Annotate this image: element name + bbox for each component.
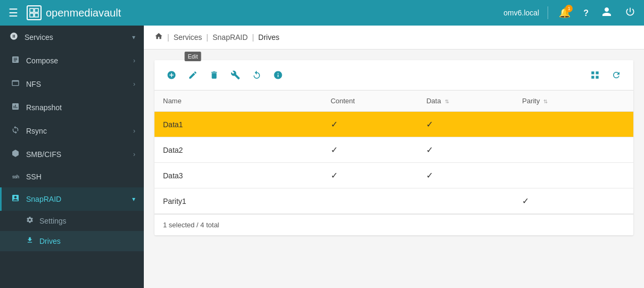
drives-table-card: Edit xyxy=(154,60,633,235)
sidebar-subitem-settings[interactable]: Settings xyxy=(0,211,144,231)
cell-content: ✓ xyxy=(322,137,418,163)
services-label-group: Services xyxy=(9,32,53,43)
help-icon: ? xyxy=(583,9,589,18)
compose-icon xyxy=(10,55,21,66)
breadcrumb-sep-1: | xyxy=(167,33,169,42)
breadcrumb-sep-2: | xyxy=(206,33,208,42)
edit-tooltip: Edit xyxy=(185,52,201,61)
view-toggle-button[interactable] xyxy=(586,67,604,84)
smbcifs-label: SMB/CIFS xyxy=(26,150,61,159)
edit-button[interactable]: Edit xyxy=(184,67,201,84)
rsync-icon xyxy=(10,126,21,136)
cell-parity xyxy=(513,163,633,188)
sidebar-item-smbcifs[interactable]: SMB/CIFS › xyxy=(0,143,144,166)
check-icon: ✓ xyxy=(331,171,338,180)
settings-sub-label: Settings xyxy=(39,217,67,225)
user-button[interactable] xyxy=(599,4,614,22)
sidebar-item-rsnapshot[interactable]: Rsnapshot xyxy=(0,96,144,119)
drives-sub-label: Drives xyxy=(39,237,61,245)
home-icon[interactable] xyxy=(154,32,163,43)
table-row[interactable]: Data3✓✓ xyxy=(154,163,633,188)
app-name: openmediavault xyxy=(46,7,121,19)
table-toolbar: Edit xyxy=(154,60,633,90)
cell-parity xyxy=(513,112,633,137)
power-button[interactable] xyxy=(623,4,638,22)
drives-table: Name Content Data ⇅ Parity ⇅ xyxy=(154,90,633,214)
col-header-parity[interactable]: Parity ⇅ xyxy=(513,90,633,112)
check-icon: ✓ xyxy=(331,120,338,129)
add-button[interactable] xyxy=(163,67,180,84)
table-row[interactable]: Parity1✓ xyxy=(154,188,633,214)
help-button[interactable]: ? xyxy=(581,5,591,21)
compose-label: Compose xyxy=(26,56,58,65)
table-header-row: Name Content Data ⇅ Parity ⇅ xyxy=(154,90,633,112)
user-icon xyxy=(601,9,612,19)
info-button[interactable] xyxy=(270,67,287,84)
sidebar-subitem-drives[interactable]: Drives xyxy=(0,231,144,251)
services-icon xyxy=(9,32,19,43)
tools-button[interactable] xyxy=(227,67,244,84)
data-sort-icon: ⇅ xyxy=(445,98,449,104)
sidebar-item-ssh[interactable]: ssh SSH xyxy=(0,166,144,187)
notifications-button[interactable]: 🔔 1 xyxy=(557,5,573,21)
selection-count: 1 selected / 4 total xyxy=(163,221,219,229)
cell-parity xyxy=(513,137,633,163)
check-icon: ✓ xyxy=(522,196,529,205)
check-icon: ✓ xyxy=(426,120,433,129)
power-icon xyxy=(625,9,635,19)
cell-content: ✓ xyxy=(322,112,418,137)
col-header-name[interactable]: Name xyxy=(154,90,322,112)
drives-sub-icon xyxy=(25,236,35,246)
svg-rect-3 xyxy=(35,13,38,17)
sidebar-item-compose[interactable]: Compose › xyxy=(0,49,144,72)
check-icon: ✓ xyxy=(426,145,433,154)
topbar-left: ☰ openmediavault xyxy=(6,4,121,21)
toolbar-right xyxy=(586,67,625,84)
menu-button[interactable]: ☰ xyxy=(6,4,20,21)
refresh-button[interactable] xyxy=(608,67,625,84)
cell-content: ✓ xyxy=(322,163,418,188)
rsync-chevron: › xyxy=(133,127,135,135)
ssh-icon: ssh xyxy=(10,174,21,179)
svg-rect-1 xyxy=(35,9,38,12)
table-row[interactable]: Data2✓✓ xyxy=(154,137,633,163)
table-row[interactable]: Data1✓✓ xyxy=(154,112,633,137)
cell-data xyxy=(418,188,513,214)
topbar-right: omv6.local 🔔 1 ? xyxy=(503,4,638,22)
smbcifs-chevron: › xyxy=(133,151,135,158)
cell-content xyxy=(322,188,418,214)
svg-rect-2 xyxy=(30,13,34,17)
breadcrumb-snapraid[interactable]: SnapRAID xyxy=(213,33,248,42)
breadcrumb: | Services | SnapRAID | Drives xyxy=(144,26,644,50)
cell-parity: ✓ xyxy=(513,188,633,214)
check-icon: ✓ xyxy=(426,171,433,180)
delete-button[interactable] xyxy=(206,67,223,84)
cell-name: Parity1 xyxy=(154,188,322,214)
snapraid-chevron: ▾ xyxy=(132,195,135,203)
toolbar-left: Edit xyxy=(163,67,287,84)
sidebar-item-rsync[interactable]: Rsync › xyxy=(0,119,144,143)
settings-sub-icon xyxy=(25,216,35,226)
sidebar-services-section[interactable]: Services ▾ xyxy=(0,26,144,49)
nfs-chevron: › xyxy=(133,80,135,88)
sidebar-item-snapraid[interactable]: SnapRAID ▾ xyxy=(0,187,144,211)
ssh-label: SSH xyxy=(26,172,42,181)
breadcrumb-sep-3: | xyxy=(252,33,254,42)
col-header-data[interactable]: Data ⇅ xyxy=(418,90,513,112)
sidebar: Services ▾ Compose › NFS › xyxy=(0,26,144,288)
rsnapshot-icon xyxy=(10,102,21,113)
table-footer: 1 selected / 4 total xyxy=(154,214,633,235)
rsync-label: Rsync xyxy=(26,127,47,135)
snapraid-label: SnapRAID xyxy=(26,195,61,203)
cell-data: ✓ xyxy=(418,163,513,188)
breadcrumb-drives: Drives xyxy=(258,33,280,42)
sidebar-item-nfs[interactable]: NFS › xyxy=(0,72,144,96)
cell-name: Data1 xyxy=(154,112,322,137)
main-layout: Services ▾ Compose › NFS › xyxy=(0,26,644,288)
services-chevron: ▾ xyxy=(132,34,135,41)
nfs-icon xyxy=(10,79,21,89)
reset-button[interactable] xyxy=(248,67,265,84)
col-header-content[interactable]: Content xyxy=(322,90,418,112)
breadcrumb-services[interactable]: Services xyxy=(174,33,202,42)
check-icon: ✓ xyxy=(331,145,338,154)
